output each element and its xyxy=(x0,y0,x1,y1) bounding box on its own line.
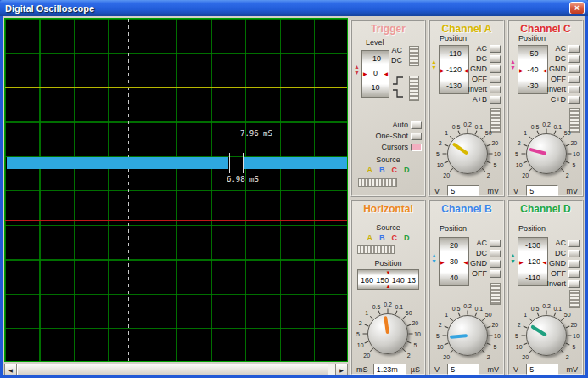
dc-toggle[interactable]: DC xyxy=(476,54,501,63)
horizontal-position-drum[interactable]: ▼ 160 150 140 13 ▲ xyxy=(357,269,419,290)
position-drum[interactable]: 20 ▶ 30 ◀ 40 xyxy=(439,237,469,286)
gnd-toggle[interactable]: GND xyxy=(470,65,501,73)
time-cursor-line[interactable] xyxy=(128,19,129,361)
source-a[interactable]: A xyxy=(367,234,373,242)
ac-toggle[interactable]: AC xyxy=(555,44,580,53)
channel-a-trace xyxy=(5,87,347,88)
ac-toggle[interactable]: AC xyxy=(555,239,580,247)
dc-toggle[interactable]: DC xyxy=(476,249,501,257)
sum-toggle[interactable]: A+B xyxy=(473,95,501,104)
toggle-button[interactable] xyxy=(568,270,580,278)
edge-slider[interactable] xyxy=(409,76,419,101)
timebase-value[interactable]: 1.23m xyxy=(373,364,406,375)
toggle-button[interactable] xyxy=(490,96,501,104)
volts-per-div-knob[interactable]: 20105210.50.20.150201052 xyxy=(512,120,580,188)
source-d[interactable]: D xyxy=(404,166,410,174)
scrollbar-thumb[interactable] xyxy=(17,364,328,375)
toggle-button[interactable] xyxy=(490,250,501,257)
trigger-level-drum[interactable]: -10 ▶ 0 ◀ 10 xyxy=(361,50,389,98)
toggle-button[interactable] xyxy=(490,240,501,247)
horizontal-source-slider[interactable] xyxy=(357,245,395,254)
position-drum[interactable]: -130 ▶ -120 ◀ -110 xyxy=(518,237,548,286)
trigger-source-slider[interactable] xyxy=(358,178,397,187)
dc-toggle[interactable]: DC xyxy=(555,249,580,257)
horizontal-source-selector[interactable]: A B C D xyxy=(352,234,424,242)
scroll-right-button[interactable]: ▶ xyxy=(335,364,348,375)
trigger-source-selector[interactable]: A B C D xyxy=(352,166,424,174)
cursors-mode-row[interactable]: Cursors xyxy=(381,143,422,151)
sum-toggle[interactable]: C+D xyxy=(551,95,580,104)
source-c[interactable]: C xyxy=(392,166,398,174)
volts-per-div-knob[interactable]: 20105210.50.20.150201052 xyxy=(434,120,501,188)
gnd-toggle[interactable]: GND xyxy=(549,65,580,73)
toggle-button[interactable] xyxy=(490,65,501,73)
position-drum[interactable]: -50 ▶ -40 ◀ -30 xyxy=(518,45,548,94)
title-bar[interactable]: Digital Oscilloscope xyxy=(0,0,588,16)
one-shot-mode-row[interactable]: One-Shot xyxy=(375,132,422,140)
toggle-button[interactable] xyxy=(568,240,580,247)
dc-toggle[interactable]: DC xyxy=(555,54,580,63)
level-adjust-arrows[interactable]: ▲ ▼ xyxy=(354,64,360,76)
toggle-button[interactable] xyxy=(490,76,501,83)
toggle-button[interactable] xyxy=(568,250,580,257)
toggle-button[interactable] xyxy=(490,45,501,53)
position-drum[interactable]: -110 ▶ -120 ◀ -130 xyxy=(439,45,469,94)
gnd-toggle[interactable]: GND xyxy=(470,259,501,268)
invert-toggle[interactable]: Invert xyxy=(468,85,501,93)
drum-marker-icon: ◀ xyxy=(542,259,546,266)
off-toggle[interactable]: OFF xyxy=(551,269,580,278)
source-a[interactable]: A xyxy=(367,166,373,174)
toggle-button[interactable] xyxy=(568,65,580,73)
volts-per-div-knob[interactable]: 20105210.50.20.150201052 xyxy=(512,302,580,370)
oscilloscope-window: Digital Oscilloscope × 7.96 mS 6.98 mS ◀… xyxy=(0,0,588,378)
ac-toggle[interactable]: AC xyxy=(476,44,501,53)
invert-toggle[interactable]: Invert xyxy=(546,85,580,93)
off-toggle[interactable]: OFF xyxy=(551,75,580,83)
toggle-button[interactable] xyxy=(568,96,580,104)
toggle-button[interactable] xyxy=(568,55,580,63)
ac-toggle[interactable]: AC xyxy=(476,239,501,247)
position-adjust-arrows[interactable]: ▲ ▼ xyxy=(431,59,437,71)
position-adjust-arrows[interactable]: ▲ ▼ xyxy=(510,252,516,264)
source-b[interactable]: B xyxy=(379,234,385,242)
toggle-button[interactable] xyxy=(490,270,501,278)
time-per-div-knob[interactable]: 20105210.50.20.150201052 xyxy=(354,300,422,368)
source-b[interactable]: B xyxy=(379,166,385,174)
auto-toggle-button[interactable] xyxy=(411,121,422,129)
coupling-slider[interactable] xyxy=(409,46,419,66)
scroll-left-button[interactable]: ◀ xyxy=(4,364,17,375)
source-c[interactable]: C xyxy=(392,234,398,242)
gain-value[interactable]: 5 xyxy=(526,364,558,375)
toggle-button[interactable] xyxy=(490,55,501,63)
invert-toggle[interactable]: Invert xyxy=(546,279,580,288)
toggle-button[interactable] xyxy=(568,45,580,53)
auto-mode-row[interactable]: Auto xyxy=(392,121,422,129)
gain-value[interactable]: 5 xyxy=(447,185,479,196)
gain-value[interactable]: 5 xyxy=(526,185,558,196)
close-button[interactable]: × xyxy=(569,2,585,14)
channel-a-panel: Channel A Position ▲ ▼ -110 ▶ -120 ◀ -13… xyxy=(428,20,505,197)
off-toggle[interactable]: OFF xyxy=(472,269,501,278)
toggle-button[interactable] xyxy=(568,86,580,93)
toggle-button[interactable] xyxy=(568,260,580,268)
measure-cursor-tick[interactable] xyxy=(229,153,230,173)
edge-select[interactable] xyxy=(392,76,404,99)
one-shot-toggle-button[interactable] xyxy=(411,133,422,140)
up-arrow-icon: ▲ xyxy=(431,252,437,258)
toggle-button[interactable] xyxy=(490,260,501,268)
off-toggle[interactable]: OFF xyxy=(472,75,501,83)
position-adjust-arrows[interactable]: ▲ ▼ xyxy=(431,252,437,264)
position-adjust-arrows[interactable]: ▲ ▼ xyxy=(510,59,516,71)
volts-per-div-knob[interactable]: 20105210.50.20.150201052 xyxy=(434,302,501,370)
scope-display[interactable]: 7.96 mS 6.98 mS xyxy=(4,18,348,362)
toggle-button[interactable] xyxy=(568,76,580,83)
toggle-button[interactable] xyxy=(568,280,580,288)
up-arrow-icon: ▲ xyxy=(510,59,516,65)
gain-value[interactable]: 5 xyxy=(447,364,479,375)
gnd-toggle[interactable]: GND xyxy=(549,259,580,268)
scope-horizontal-scrollbar[interactable]: ◀ ▶ xyxy=(4,364,348,375)
source-d[interactable]: D xyxy=(404,234,410,242)
toggle-button[interactable] xyxy=(490,86,501,93)
measure-cursor-tick[interactable] xyxy=(243,153,244,173)
cursors-toggle-button[interactable] xyxy=(411,144,422,151)
